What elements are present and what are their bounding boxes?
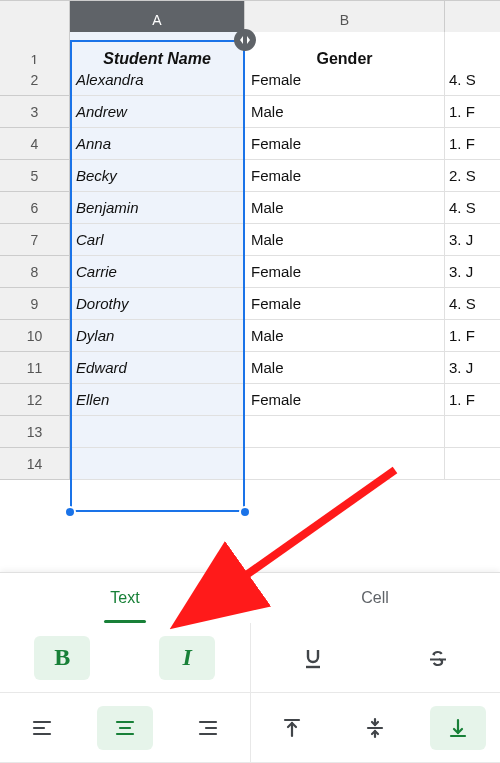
cell-A2[interactable]: Alexandra xyxy=(70,64,245,96)
cell-A10[interactable]: Dylan xyxy=(70,320,245,352)
cell-B2[interactable]: Female xyxy=(245,64,445,96)
cell-B4[interactable]: Female xyxy=(245,128,445,160)
row-header[interactable]: 8 xyxy=(0,256,70,288)
svg-line-0 xyxy=(235,470,395,583)
cell-C9[interactable]: 4. S xyxy=(445,288,500,320)
row-header[interactable]: 5 xyxy=(0,160,70,192)
underline-button[interactable] xyxy=(285,636,341,680)
cell-B6[interactable]: Male xyxy=(245,192,445,224)
cell-B10[interactable]: Male xyxy=(245,320,445,352)
valign-bottom-button[interactable] xyxy=(430,706,486,750)
cell-A6[interactable]: Benjamin xyxy=(70,192,245,224)
row-header[interactable]: 9 xyxy=(0,288,70,320)
cell-C10[interactable]: 1. F xyxy=(445,320,500,352)
selection-handle-bottom[interactable] xyxy=(239,506,251,518)
cell-C4[interactable]: 1. F xyxy=(445,128,500,160)
italic-button[interactable]: I xyxy=(159,636,215,680)
cell-B3[interactable]: Male xyxy=(245,96,445,128)
cell-A5[interactable]: Becky xyxy=(70,160,245,192)
cell-C6[interactable]: 4. S xyxy=(445,192,500,224)
row-header[interactable]: 7 xyxy=(0,224,70,256)
strikethrough-button[interactable] xyxy=(410,636,466,680)
row-header[interactable]: 12 xyxy=(0,384,70,416)
cell-A11[interactable]: Edward xyxy=(70,352,245,384)
row-header[interactable]: 4 xyxy=(0,128,70,160)
row-header[interactable]: 6 xyxy=(0,192,70,224)
cell-A13[interactable] xyxy=(70,416,245,448)
row-header[interactable]: 11 xyxy=(0,352,70,384)
cell-A8[interactable]: Carrie xyxy=(70,256,245,288)
align-center-button[interactable] xyxy=(97,706,153,750)
tab-cell[interactable]: Cell xyxy=(250,573,500,623)
cell-B8[interactable]: Female xyxy=(245,256,445,288)
valign-top-button[interactable] xyxy=(264,706,320,750)
cell-C8[interactable]: 3. J xyxy=(445,256,500,288)
cell-A14[interactable] xyxy=(70,448,245,480)
cell-B12[interactable]: Female xyxy=(245,384,445,416)
cell-B9[interactable]: Female xyxy=(245,288,445,320)
row-header[interactable]: 2 xyxy=(0,64,70,96)
format-panel: Text Cell B I xyxy=(0,572,500,763)
cell-C12[interactable]: 1. F xyxy=(445,384,500,416)
cell-B14[interactable] xyxy=(245,448,445,480)
tab-text[interactable]: Text xyxy=(0,573,250,623)
panel-tabs: Text Cell xyxy=(0,573,500,623)
cell-A4[interactable]: Anna xyxy=(70,128,245,160)
cell-C7[interactable]: 3. J xyxy=(445,224,500,256)
cell-C2[interactable]: 4. S xyxy=(445,64,500,96)
valign-middle-button[interactable] xyxy=(347,706,403,750)
spreadsheet: A B 1 Student Name Gender 2AlexandraFema… xyxy=(0,0,500,480)
row-header[interactable]: 3 xyxy=(0,96,70,128)
cell-C14[interactable] xyxy=(445,448,500,480)
selection-handle-top[interactable] xyxy=(64,506,76,518)
cell-A9[interactable]: Dorothy xyxy=(70,288,245,320)
cell-B5[interactable]: Female xyxy=(245,160,445,192)
row-header[interactable]: 10 xyxy=(0,320,70,352)
text-style-row: B I xyxy=(0,623,500,693)
cell-C3[interactable]: 1. F xyxy=(445,96,500,128)
alignment-row xyxy=(0,693,500,763)
column-resize-handle[interactable] xyxy=(234,29,256,51)
cell-C13[interactable] xyxy=(445,416,500,448)
align-right-button[interactable] xyxy=(180,706,236,750)
row-header[interactable]: 13 xyxy=(0,416,70,448)
cell-B13[interactable] xyxy=(245,416,445,448)
cell-C5[interactable]: 2. S xyxy=(445,160,500,192)
cell-A3[interactable]: Andrew xyxy=(70,96,245,128)
cell-A7[interactable]: Carl xyxy=(70,224,245,256)
cell-C11[interactable]: 3. J xyxy=(445,352,500,384)
cell-B7[interactable]: Male xyxy=(245,224,445,256)
align-left-button[interactable] xyxy=(14,706,70,750)
cell-A12[interactable]: Ellen xyxy=(70,384,245,416)
cell-B11[interactable]: Male xyxy=(245,352,445,384)
row-header[interactable]: 14 xyxy=(0,448,70,480)
bold-button[interactable]: B xyxy=(34,636,90,680)
